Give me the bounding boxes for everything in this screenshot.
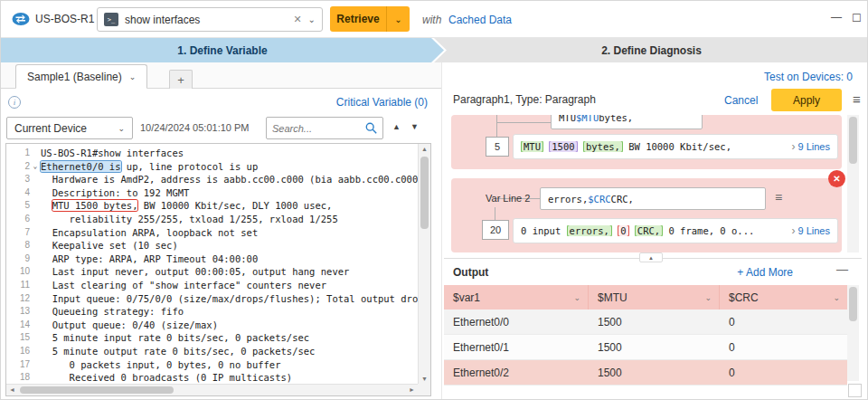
paragraph-scrollbar[interactable] xyxy=(847,115,859,252)
topbar: US-BOS-R1 >_ show interfaces ✕ ⌄ Retriev… xyxy=(1,1,868,38)
line-number: 17 xyxy=(6,358,30,372)
table-row[interactable]: Ethernet0/215000 xyxy=(444,360,847,386)
test-on-devices-link[interactable]: Test on Devices: 0 xyxy=(634,71,853,83)
retrieve-dropdown-button[interactable]: ⌄ xyxy=(386,6,410,32)
code-horizontal-scrollbar[interactable]: ◄ ► xyxy=(6,384,418,395)
step-define-variable[interactable]: 1. Define Variable xyxy=(1,38,444,62)
device-scope-select[interactable]: Current Device ⌄ xyxy=(6,117,133,139)
step-label: 2. Define Diagnosis xyxy=(601,44,702,57)
column-label: $var1 xyxy=(453,291,480,304)
table-row[interactable]: Ethernet0/115000 xyxy=(444,335,847,360)
critical-variable-link[interactable]: Critical Variable (0) xyxy=(1,96,428,109)
sample-line-row[interactable]: 0 input errors, 0 CRC, 0 frame, 0 o... ›… xyxy=(513,218,838,243)
matched-token: 0 xyxy=(618,225,627,236)
scroll-down-icon[interactable]: ▼ xyxy=(419,376,430,382)
scroll-left-icon[interactable]: ◄ xyxy=(9,386,15,393)
search-icon[interactable] xyxy=(365,122,377,134)
code-segment: Last clearing of "show interface" counte… xyxy=(41,280,326,290)
var-line2-prefix: errors, xyxy=(548,194,588,205)
var-line2-input[interactable]: errors, $CRC CRC, xyxy=(540,187,766,210)
chevron-down-icon[interactable]: ⌄ xyxy=(704,293,712,302)
scroll-right-icon[interactable]: ► xyxy=(409,386,415,393)
maximize-button[interactable]: ☐ xyxy=(852,12,862,24)
command-value[interactable]: show interfaces xyxy=(125,14,289,26)
expand-lines-link[interactable]: › 9 Lines xyxy=(792,225,830,236)
code-line: 6 reliability 255/255, txload 1/255, rxl… xyxy=(6,213,418,226)
collapse-section-icon[interactable]: — xyxy=(836,262,848,276)
code-segment: ARP type: ARPA, ARP Timeout 04:00:00 xyxy=(41,253,258,264)
cli-output-panel[interactable]: 1US-BOS-R1#show interfaces2⌄Ethernet0/0 … xyxy=(5,143,431,396)
column-header[interactable]: $MTU⌄ xyxy=(589,285,720,310)
drag-handle-icon[interactable]: ≡ xyxy=(775,190,782,205)
code-text: Input queue: 0/75/0/0 (size/max/drops/fl… xyxy=(41,292,418,306)
paragraph-menu-icon[interactable]: ≡ xyxy=(853,91,861,107)
lines-count: 9 Lines xyxy=(798,141,830,152)
table-row[interactable]: Ethernet0/015000 xyxy=(444,310,847,335)
line-number: 5 xyxy=(6,199,30,213)
fold-spacer xyxy=(30,292,41,306)
column-header[interactable]: $CRC⌄ xyxy=(720,285,847,310)
code-line: 9 ARP type: ARPA, ARP Timeout 04:00:00 xyxy=(6,252,418,266)
chevron-down-icon[interactable]: ⌄ xyxy=(308,15,316,24)
connector-line xyxy=(496,115,497,137)
code-line: 7 Encapsulation ARPA, loopback not set xyxy=(6,226,418,240)
sample-text: 0 input xyxy=(521,225,567,236)
search-prev-button[interactable]: ▲ xyxy=(392,122,401,131)
code-text: 5 minute output rate 0 bits/sec, 0 packe… xyxy=(41,345,315,358)
var-line1-input[interactable]: MTU $MTU bytes, xyxy=(551,115,703,129)
fold-toggle-icon[interactable]: ⌄ xyxy=(30,160,41,174)
collapse-output-button[interactable]: ▲ xyxy=(639,252,663,262)
variable-anchor-highlight: Ethernet0/0 is xyxy=(41,161,121,172)
tab-sample1-baseline[interactable]: Sample1 (Baseline) ⌄ xyxy=(15,64,147,89)
command-combobox[interactable]: >_ show interfaces ✕ ⌄ xyxy=(97,7,323,32)
code-text: MTU 1500 bytes, BW 10000 Kbit/sec, DLY 1… xyxy=(41,199,332,213)
apply-button[interactable]: Apply xyxy=(771,89,842,111)
clear-icon[interactable]: ✕ xyxy=(293,14,301,25)
var-line2-block: Var Line 2 errors, $CRC CRC, ≡ 20 0 inpu… xyxy=(451,178,842,252)
step-define-diagnosis[interactable]: 2. Define Diagnosis xyxy=(434,38,868,62)
chevron-down-icon[interactable]: ⌄ xyxy=(833,293,840,302)
fold-spacer xyxy=(30,265,41,279)
expand-lines-link[interactable]: › 9 Lines xyxy=(792,141,830,152)
chevron-down-icon[interactable]: ⌄ xyxy=(573,293,580,302)
device-name[interactable]: US-BOS-R1 xyxy=(35,13,94,25)
code-vertical-scrollbar[interactable]: ▲ ▼ xyxy=(418,144,430,384)
fold-spacer xyxy=(30,147,41,160)
add-sample-tab-button[interactable]: + xyxy=(169,70,193,89)
fold-spacer xyxy=(30,345,41,358)
lines-count: 9 Lines xyxy=(798,225,830,236)
line-number: 13 xyxy=(6,305,30,319)
cached-data-link[interactable]: Cached Data xyxy=(448,14,512,26)
cli-icon: >_ xyxy=(104,13,118,26)
scroll-up-icon[interactable]: ▲ xyxy=(419,146,430,152)
step-label: 1. Define Variable xyxy=(177,44,267,57)
var-line2-suffix: CRC, xyxy=(611,194,634,205)
search-input[interactable] xyxy=(272,123,365,134)
output-table-scrollbar[interactable] xyxy=(847,285,859,381)
code-segment: Last input never, output 00:00:05, outpu… xyxy=(41,266,349,277)
scrollbar-thumb[interactable] xyxy=(849,117,857,164)
retrieve-button[interactable]: Retrieve xyxy=(330,6,386,32)
sample-line-row[interactable]: MTU 1500 bytes, BW 10000 Kbit/sec, › 9 L… xyxy=(513,134,838,159)
minimize-button[interactable]: — xyxy=(831,11,842,24)
code-segment: Hardware is AmdP2, address is aabb.cc00.… xyxy=(41,174,418,185)
column-header[interactable]: $var1⌄ xyxy=(444,285,589,310)
scrollbar-thumb[interactable] xyxy=(420,157,429,229)
scrollbar-thumb[interactable] xyxy=(20,386,174,394)
device-icon xyxy=(12,12,30,26)
search-next-button[interactable]: ▼ xyxy=(410,122,419,131)
code-segment: Input queue: 0/75/0/0 (size/max/drops/fl… xyxy=(41,293,418,304)
add-more-link[interactable]: + Add More xyxy=(684,266,793,279)
output-table: $var1⌄$MTU⌄$CRC⌄ Ethernet0/015000Etherne… xyxy=(444,285,847,386)
code-segment: reliability 255/255, txload 1/255, rxloa… xyxy=(41,214,338,224)
code-text: Hardware is AmdP2, address is aabb.cc00.… xyxy=(41,173,418,186)
code-text: Keepalive set (10 sec) xyxy=(41,239,178,252)
scrollbar-thumb[interactable] xyxy=(849,287,857,321)
line-number: 12 xyxy=(6,292,30,306)
delete-variable-button[interactable]: ✕ xyxy=(828,170,845,187)
chevron-down-icon[interactable]: ⌄ xyxy=(129,72,137,81)
sample-text: BW 10000 Kbit/sec, xyxy=(623,141,737,152)
cancel-button[interactable]: Cancel xyxy=(724,94,758,107)
output-table-header: $var1⌄$MTU⌄$CRC⌄ xyxy=(444,285,847,310)
code-segment: Keepalive set (10 sec) xyxy=(41,240,178,251)
